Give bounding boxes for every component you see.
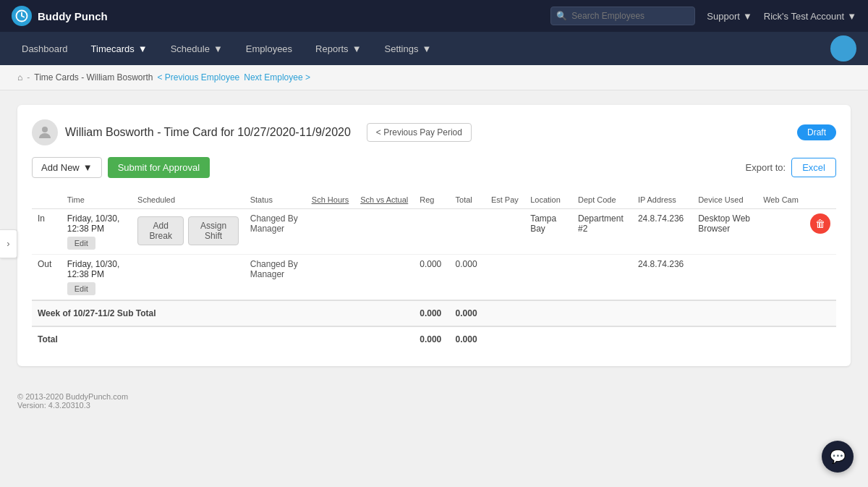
nav-item-schedule[interactable]: Schedule ▼ <box>161 36 233 62</box>
col-header-webcam: Web Cam <box>757 190 804 209</box>
search-wrapper: 🔍 <box>550 7 695 25</box>
device-out <box>692 255 757 301</box>
card-header: William Bosworth - Time Card for 10/27/2… <box>32 119 836 145</box>
main-content: William Bosworth - Time Card for 10/27/2… <box>0 90 868 381</box>
total-row: Total 0.000 0.000 <box>32 326 836 352</box>
reg-out: 0.000 <box>414 255 449 301</box>
col-header-time: Time <box>61 190 132 209</box>
breadcrumb: ⌂ - Time Cards - William Bosworth < Prev… <box>0 65 868 90</box>
ip-out: 24.8.74.236 <box>632 255 692 301</box>
subtotal-label: Week of 10/27-11/2 Sub Total <box>32 300 414 326</box>
edit-button-out[interactable]: Edit <box>67 282 95 295</box>
device-in: Desktop Web Browser <box>692 209 757 255</box>
col-header-sch-hours: Sch Hours <box>306 190 354 209</box>
col-header-location: Location <box>524 190 572 209</box>
chevron-down-icon: ▼ <box>847 11 856 22</box>
support-button[interactable]: Support ▼ <box>707 11 752 22</box>
add-break-button[interactable]: Add Break <box>137 216 184 245</box>
total-label: Total <box>32 326 414 352</box>
total-out: 0.000 <box>450 255 485 301</box>
nav-item-employees[interactable]: Employees <box>236 36 302 62</box>
col-header-in-out <box>32 190 61 209</box>
top-bar: Buddy Punch 🔍 Support ▼ Rick's Test Acco… <box>0 0 868 32</box>
table-row: In Friday, 10/30, 12:38 PM Edit Add Brea… <box>32 209 836 255</box>
delete-cell-out <box>804 255 836 301</box>
prev-pay-period-button[interactable]: < Previous Pay Period <box>367 123 472 142</box>
timecard-table: Time Scheduled Status Sch Hours Sch vs A… <box>32 190 836 352</box>
col-header-scheduled: Scheduled <box>132 190 244 209</box>
total-in <box>450 209 485 255</box>
search-icon: 🔍 <box>556 11 567 21</box>
add-new-button[interactable]: Add New ▼ <box>32 157 102 178</box>
subtotal-reg: 0.000 <box>414 300 449 326</box>
breadcrumb-sep: - <box>27 72 30 82</box>
prev-employee-link[interactable]: < Previous Employee <box>158 72 240 82</box>
employee-avatar <box>32 119 58 145</box>
nav-item-timecards[interactable]: Timecards ▼ <box>81 36 158 62</box>
punch-type-out: Out <box>32 255 61 301</box>
chevron-down-icon: ▼ <box>743 11 752 22</box>
nav-item-dashboard[interactable]: Dashboard <box>12 36 78 62</box>
toolbar-right: Export to: Excel <box>746 158 836 177</box>
chevron-down-icon: ▼ <box>422 43 431 54</box>
search-input[interactable] <box>550 7 695 25</box>
scheduled-cell-in: Add Break Assign Shift <box>132 209 244 255</box>
avatar <box>830 35 856 62</box>
col-header-delete <box>804 190 836 209</box>
logo: Buddy Punch <box>12 6 108 26</box>
excel-button[interactable]: Excel <box>791 158 836 177</box>
sch-hours-in <box>306 209 354 255</box>
card-title: William Bosworth - Time Card for 10/27/2… <box>65 126 351 139</box>
card-title-area: William Bosworth - Time Card for 10/27/2… <box>32 119 472 145</box>
reg-in <box>414 209 449 255</box>
copyright-text: © 2013-2020 BuddyPunch.com <box>17 392 851 401</box>
assign-shift-button[interactable]: Assign Shift <box>188 216 238 245</box>
status-cell-out: Changed By Manager <box>244 255 306 301</box>
account-name: Rick's Test Account ▼ <box>764 11 856 22</box>
chevron-down-icon: ▼ <box>138 43 148 54</box>
logo-icon <box>12 6 32 26</box>
location-in: Tampa Bay <box>524 209 572 255</box>
home-icon[interactable]: ⌂ <box>17 72 22 82</box>
webcam-out <box>757 255 804 301</box>
delete-cell-in: 🗑 <box>804 209 836 255</box>
nav-item-reports[interactable]: Reports ▼ <box>305 36 371 62</box>
col-header-sch-vs-actual: Sch vs Actual <box>354 190 414 209</box>
version-text: Version: 4.3.20310.3 <box>17 401 851 410</box>
logo-text: Buddy Punch <box>38 10 108 22</box>
punch-time-out: Friday, 10/30, 12:38 PM Edit <box>61 255 132 301</box>
top-bar-right: 🔍 Support ▼ Rick's Test Account ▼ <box>550 7 856 25</box>
svg-point-1 <box>42 127 48 132</box>
dept-in: Department #2 <box>572 209 632 255</box>
est-pay-in <box>485 209 524 255</box>
delete-button[interactable]: 🗑 <box>810 213 830 234</box>
col-header-status: Status <box>244 190 306 209</box>
subtotal-total: 0.000 <box>450 300 485 326</box>
side-panel-toggle[interactable]: › <box>0 229 17 258</box>
location-out <box>524 255 572 301</box>
sch-vs-actual-out <box>354 255 414 301</box>
sch-hours-out <box>306 255 354 301</box>
scheduled-cell-out <box>132 255 244 301</box>
col-header-reg: Reg <box>414 190 449 209</box>
next-employee-link[interactable]: Next Employee > <box>244 72 310 82</box>
status-cell-in: Changed By Manager <box>244 209 306 255</box>
punch-time-in: Friday, 10/30, 12:38 PM Edit <box>61 209 132 255</box>
submit-approval-button[interactable]: Submit for Approval <box>108 157 210 178</box>
nav-bar: Dashboard Timecards ▼ Schedule ▼ Employe… <box>0 32 868 65</box>
webcam-in <box>757 209 804 255</box>
table-header-row: Time Scheduled Status Sch Hours Sch vs A… <box>32 190 836 209</box>
table-row: Out Friday, 10/30, 12:38 PM Edit Changed… <box>32 255 836 301</box>
ip-in: 24.8.74.236 <box>632 209 692 255</box>
total-reg: 0.000 <box>414 326 449 352</box>
col-header-total: Total <box>450 190 485 209</box>
est-pay-out <box>485 255 524 301</box>
timecard-card: William Bosworth - Time Card for 10/27/2… <box>17 105 851 366</box>
punch-type-in: In <box>32 209 61 255</box>
edit-button-in[interactable]: Edit <box>67 237 95 250</box>
export-label: Export to: <box>746 162 786 173</box>
nav-item-settings[interactable]: Settings ▼ <box>375 36 442 62</box>
col-header-ip-address: IP Address <box>632 190 692 209</box>
col-header-dept-code: Dept Code <box>572 190 632 209</box>
sch-vs-actual-in <box>354 209 414 255</box>
